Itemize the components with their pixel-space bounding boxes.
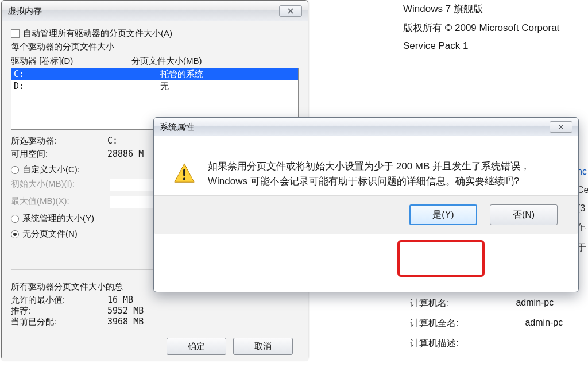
no-paging-label: 无分页文件(N)	[22, 229, 78, 239]
drive-header-name: 驱动器 [卷标](D)	[11, 56, 131, 67]
sp-title-text: 系统属性	[160, 122, 194, 133]
custom-size-label: 自定义大小(C):	[22, 164, 80, 175]
copyright-text: 版权所有 © 2009 Microsoft Corporat	[403, 21, 559, 34]
yes-button[interactable]: 是(Y)	[409, 204, 477, 225]
list-item[interactable]: D: 无	[11, 80, 298, 92]
selected-drive-label: 所选驱动器:	[11, 136, 107, 146]
vm-title-text: 虚拟内存	[7, 6, 42, 17]
available-space-label: 可用空间:	[11, 149, 107, 160]
auto-manage-label: 自动管理所有驱动器的分页文件大小(A)	[23, 28, 172, 39]
current-alloc-value: 3968 MB	[107, 316, 144, 327]
close-icon[interactable]	[550, 121, 572, 133]
max-size-label: 最大值(MB)(X):	[11, 196, 107, 208]
recommended-value: 5952 MB	[107, 306, 144, 316]
recommended-label: 推荐:	[11, 306, 107, 316]
selected-drive-value: C:	[107, 136, 118, 146]
no-button[interactable]: 否(N)	[490, 204, 558, 225]
min-allowed-value: 16 MB	[107, 295, 133, 306]
cancel-button[interactable]: 取消	[233, 338, 293, 355]
warning-icon	[173, 163, 195, 184]
system-managed-radio[interactable]	[11, 215, 19, 223]
confirm-message: 如果禁用分页文件或将初始大小设置为少于 200 MB 并且发生了系统错误，Win…	[208, 159, 559, 190]
windows-edition: Windows 7 旗舰版	[403, 2, 559, 16]
service-pack: Service Pack 1	[403, 40, 559, 52]
initial-size-input[interactable]	[110, 179, 158, 191]
available-space-value: 28886 M	[107, 149, 144, 160]
drive-header-size: 分页文件大小(MB)	[131, 56, 202, 67]
system-properties-confirm-dialog: 系统属性 如果禁用分页文件或将初始大小设置为少于 200 MB 并且发生了系统错…	[153, 117, 579, 292]
max-size-input[interactable]	[110, 196, 158, 208]
sp-titlebar[interactable]: 系统属性	[154, 118, 578, 136]
computer-fullname-value: admin-pc	[525, 318, 563, 330]
computer-fullname-label: 计算机全名:	[410, 318, 458, 330]
ok-button[interactable]: 确定	[167, 338, 226, 355]
computer-name-label: 计算机名:	[410, 298, 449, 310]
each-drive-label: 每个驱动器的分页文件大小	[11, 41, 299, 52]
no-paging-radio[interactable]	[11, 230, 19, 238]
system-info-panel: Windows 7 旗舰版 版权所有 © 2009 Microsoft Corp…	[403, 2, 559, 57]
svg-rect-1	[183, 169, 185, 176]
svg-point-2	[183, 177, 185, 180]
vm-titlebar[interactable]: 虚拟内存	[2, 1, 308, 21]
auto-manage-checkbox[interactable]	[11, 29, 20, 38]
computer-name-value: admin-pc	[516, 298, 554, 310]
computer-labels: 计算机名: admin-pc 计算机全名: admin-pc 计算机描述:	[410, 298, 563, 358]
current-alloc-label: 当前已分配:	[11, 316, 107, 327]
initial-size-label: 初始大小(MB)(I):	[11, 179, 107, 191]
min-allowed-label: 允许的最小值:	[11, 295, 107, 306]
close-icon[interactable]	[279, 5, 302, 17]
custom-size-radio[interactable]	[11, 166, 19, 174]
system-managed-label: 系统管理的大小(Y)	[22, 213, 94, 224]
totals-block: 允许的最小值: 16 MB 推荐: 5952 MB 当前已分配: 3968 MB	[11, 295, 299, 327]
computer-desc-label: 计算机描述:	[410, 338, 458, 350]
list-item[interactable]: C: 托管的系统	[11, 68, 298, 80]
